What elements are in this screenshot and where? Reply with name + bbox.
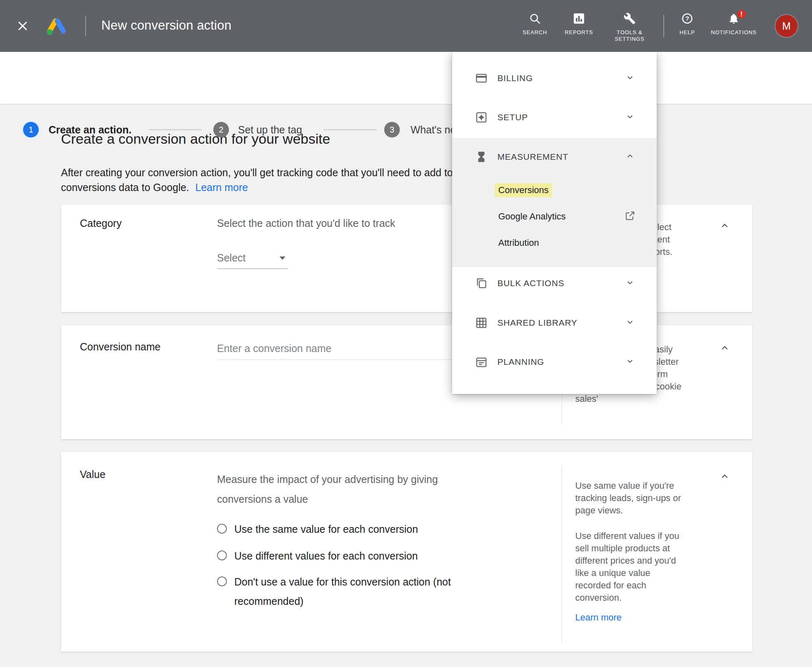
reports-button[interactable]: REPORTS xyxy=(550,12,608,36)
help-icon: ? xyxy=(681,12,693,25)
menu-item-google-analytics[interactable]: Google Analytics xyxy=(452,205,657,228)
menu-item-measurement[interactable]: MEASUREMENT xyxy=(452,141,657,173)
avatar[interactable]: M xyxy=(775,15,798,37)
tools-settings-menu: BILLING SETUP MEASUREMENT Conversions Go… xyxy=(452,52,657,394)
notifications-label: NOTIFICATIONS xyxy=(705,29,763,36)
value-option-same[interactable]: Use the same value for each conversion xyxy=(217,520,418,539)
dropdown-caret-icon xyxy=(280,257,285,260)
google-ads-logo xyxy=(44,16,68,38)
billing-icon xyxy=(475,72,488,84)
chevron-down-icon xyxy=(625,72,635,84)
menu-item-shared-library-label: SHARED LIBRARY xyxy=(497,318,577,328)
shared-library-icon xyxy=(475,317,488,329)
intro-text-line2: conversions data to Google. Learn more xyxy=(61,180,248,194)
stepper: 1 Create an action. 2 Set up the tag 3 W… xyxy=(0,52,812,104)
search-icon xyxy=(529,12,541,25)
menu-item-planning-label: PLANNING xyxy=(497,357,544,367)
menu-item-google-analytics-label: Google Analytics xyxy=(498,211,566,222)
menu-item-setup[interactable]: SETUP xyxy=(452,102,657,133)
value-help-paragraph1: Use same value if you're tracking leads,… xyxy=(575,480,681,517)
step-2-label[interactable]: Set up the tag xyxy=(238,124,302,136)
menu-item-conversions[interactable]: Conversions xyxy=(452,179,657,202)
value-option-different-label: Use different values for each conversion xyxy=(234,546,418,566)
step-3-circle[interactable]: 3 xyxy=(384,122,400,138)
close-button[interactable] xyxy=(16,20,29,34)
menu-item-shared-library[interactable]: SHARED LIBRARY xyxy=(452,307,657,338)
menu-item-billing[interactable]: BILLING xyxy=(452,63,657,94)
chevron-down-icon xyxy=(625,111,635,124)
measurement-icon xyxy=(475,151,488,163)
step-2-circle[interactable]: 2 xyxy=(213,122,229,138)
step-1-label[interactable]: Create an action. xyxy=(49,124,131,136)
reports-icon xyxy=(573,12,585,25)
category-collapse-button[interactable] xyxy=(719,219,731,233)
reports-label: REPORTS xyxy=(550,29,608,36)
menu-item-attribution-label: Attribution xyxy=(498,238,539,248)
value-learn-more-link[interactable]: Learn more xyxy=(575,612,622,623)
value-option-none-label: Don't use a value for this conversion ac… xyxy=(234,572,498,611)
menu-item-bulk-actions-label: BULK ACTIONS xyxy=(497,278,564,288)
menu-item-billing-label: BILLING xyxy=(497,73,533,83)
value-help-text: Use same value if you're tracking leads,… xyxy=(575,480,681,624)
bulk-actions-icon xyxy=(475,277,488,289)
menu-item-conversions-label: Conversions xyxy=(495,183,552,197)
chevron-up-icon xyxy=(625,151,635,163)
menu-item-planning[interactable]: PLANNING xyxy=(452,346,657,378)
radio-icon xyxy=(217,576,227,586)
radio-icon xyxy=(217,524,227,534)
value-option-same-label: Use the same value for each conversion xyxy=(234,520,418,539)
value-collapse-button[interactable] xyxy=(719,470,731,484)
page-title: New conversion action xyxy=(101,18,231,33)
chevron-down-icon xyxy=(625,277,635,289)
step-connector xyxy=(324,129,377,130)
chevron-up-icon xyxy=(719,342,731,354)
value-card-label: Value xyxy=(80,469,105,480)
value-prompt: Measure the impact of your advertising b… xyxy=(217,469,489,509)
chevron-up-icon xyxy=(719,219,731,232)
svg-text:?: ? xyxy=(685,15,689,22)
chevron-down-icon xyxy=(625,356,635,368)
top-app-bar: New conversion action SEARCH REPORTS TOO… xyxy=(0,0,812,52)
close-icon xyxy=(16,20,29,32)
step-1-circle[interactable]: 1 xyxy=(23,122,39,138)
category-select[interactable]: Select xyxy=(217,247,288,269)
external-link-icon xyxy=(625,210,635,223)
intro-learn-more-link[interactable]: Learn more xyxy=(195,182,248,193)
step-connector xyxy=(149,129,202,130)
value-help-paragraph2: Use different values if you sell multipl… xyxy=(575,530,681,604)
tools-settings-button[interactable]: TOOLS & SETTINGS xyxy=(601,12,658,42)
google-ads-logo-icon xyxy=(44,16,68,36)
card-divider xyxy=(562,465,562,643)
planning-icon xyxy=(475,356,488,368)
tools-settings-label: TOOLS & SETTINGS xyxy=(610,29,649,42)
category-select-value: Select xyxy=(217,252,245,264)
value-card: Value Measure the impact of your adverti… xyxy=(61,452,752,652)
value-option-different[interactable]: Use different values for each conversion xyxy=(217,546,418,566)
menu-item-measurement-label: MEASUREMENT xyxy=(497,152,568,162)
category-prompt: Select the action that you'd like to tra… xyxy=(217,217,395,229)
value-option-none[interactable]: Don't use a value for this conversion ac… xyxy=(217,572,498,611)
conversion-name-card-label: Conversion name xyxy=(80,341,161,353)
category-card-label: Category xyxy=(80,217,121,229)
menu-item-setup-label: SETUP xyxy=(497,112,528,122)
topbar-divider xyxy=(85,16,86,36)
wrench-icon xyxy=(623,12,636,25)
conversion-name-collapse-button[interactable] xyxy=(719,342,731,356)
menu-item-bulk-actions[interactable]: BULK ACTIONS xyxy=(452,268,657,299)
notification-badge: ! xyxy=(736,9,747,20)
setup-icon xyxy=(475,111,488,124)
chevron-down-icon xyxy=(625,317,635,329)
notifications-button[interactable]: ! NOTIFICATIONS xyxy=(705,12,763,36)
intro-text-line2-text: conversions data to Google. xyxy=(61,182,189,193)
chevron-up-icon xyxy=(719,470,731,483)
radio-icon xyxy=(217,550,227,560)
menu-item-attribution[interactable]: Attribution xyxy=(452,231,657,254)
